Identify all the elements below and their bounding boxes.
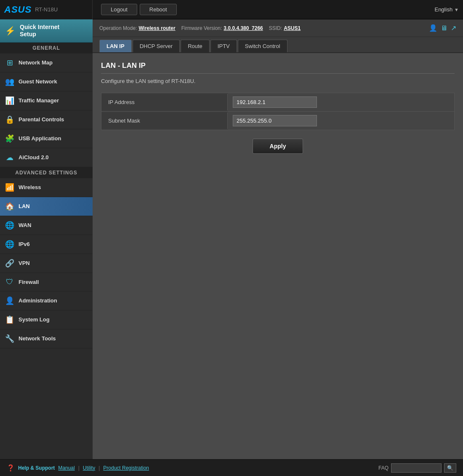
ipv6-icon: 🌐 — [5, 240, 14, 249]
tab-dhcp-server[interactable]: DHCP Server — [133, 40, 180, 52]
sidebar-item-label: IPv6 — [19, 241, 30, 247]
advanced-section-header: Advanced Settings — [0, 167, 93, 178]
sidebar-item-firewall[interactable]: 🛡 Firewall — [0, 273, 93, 291]
sidebar-item-guest-network[interactable]: 👥 Guest Network — [0, 72, 93, 91]
sidebar: ⚡ Quick Internet Setup General ⊞ Network… — [0, 19, 93, 459]
subnet-mask-cell — [228, 112, 454, 130]
network-map-icon: ⊞ — [5, 58, 14, 67]
subnet-mask-input[interactable] — [233, 115, 317, 126]
monitor-icon: 🖥 — [441, 24, 447, 32]
sidebar-item-label: Guest Network — [19, 78, 57, 85]
guest-network-icon: 👥 — [5, 77, 14, 86]
model-label: RT-N18U — [35, 6, 58, 13]
lan-ip-form: IP Address Subnet Mask — [101, 93, 455, 130]
sidebar-item-traffic-manager[interactable]: 📊 Traffic Manager — [0, 91, 93, 110]
help-circle-icon: ❓ — [7, 464, 15, 472]
manual-link[interactable]: Manual — [58, 465, 75, 471]
tab-lan-ip[interactable]: LAN IP — [99, 40, 132, 52]
page-description: Configure the LAN setting of RT-N18U. — [101, 78, 455, 84]
aicloud-icon: ☁ — [5, 153, 14, 162]
sidebar-item-label: Network Tools — [19, 335, 56, 342]
sidebar-item-label: AiCloud 2.0 — [19, 154, 49, 160]
apply-section: Apply — [101, 139, 455, 154]
reboot-button[interactable]: Reboot — [140, 4, 177, 15]
faq-label: FAQ — [378, 465, 388, 471]
vpn-icon: 🔗 — [5, 259, 14, 268]
faq-search-button[interactable]: 🔍 — [444, 463, 456, 473]
sidebar-item-label: Administration — [19, 297, 57, 304]
wireless-icon: 📶 — [5, 183, 14, 192]
firewall-icon: 🛡 — [5, 278, 14, 286]
sidebar-item-aicloud[interactable]: ☁ AiCloud 2.0 — [0, 148, 93, 167]
sidebar-item-wan[interactable]: 🌐 WAN — [0, 216, 93, 235]
firmware-value: 3.0.0.4.380_7266 — [224, 25, 263, 31]
ip-address-row: IP Address — [101, 93, 454, 112]
sidebar-item-lan[interactable]: 🏠 LAN — [0, 197, 93, 216]
ip-address-cell — [228, 93, 454, 111]
system-log-icon: 📋 — [5, 315, 14, 324]
faq-search-input[interactable] — [391, 463, 442, 473]
sidebar-item-ipv6[interactable]: 🌐 IPv6 — [0, 235, 93, 254]
tab-switch-control[interactable]: Switch Control — [238, 40, 287, 52]
quick-setup-icon: ⚡ — [5, 26, 16, 36]
sidebar-item-usb-application[interactable]: 🧩 USB Application — [0, 129, 93, 148]
content-area: Operation Mode: Wireless router Firmware… — [93, 19, 463, 459]
sidebar-item-label: Wireless — [19, 184, 41, 190]
help-support-label: Help & Support — [18, 465, 55, 471]
sidebar-item-administration[interactable]: 👤 Administration — [0, 291, 93, 310]
sidebar-item-label: Parental Controls — [19, 116, 64, 123]
separator1: | — [78, 465, 80, 471]
sidebar-item-wireless[interactable]: 📶 Wireless — [0, 178, 93, 197]
ssid-label: SSID: — [269, 25, 282, 31]
traffic-manager-icon: 📊 — [5, 96, 14, 105]
sidebar-item-system-log[interactable]: 📋 System Log — [0, 310, 93, 329]
sidebar-item-label: VPN — [19, 260, 30, 266]
sidebar-item-label: Firewall — [19, 279, 39, 285]
ssid-value: ASUS1 — [284, 25, 301, 31]
page-title: LAN - LAN IP — [101, 62, 455, 74]
sidebar-item-label: USB Application — [19, 135, 61, 142]
subnet-mask-label: Subnet Mask — [101, 112, 228, 129]
operation-mode-label: Operation Mode: — [99, 25, 137, 31]
sidebar-item-parental-controls[interactable]: 🔒 Parental Controls — [0, 110, 93, 129]
apply-button[interactable]: Apply — [253, 139, 303, 154]
subnet-mask-row: Subnet Mask — [101, 112, 454, 130]
faq-area: FAQ 🔍 — [378, 463, 456, 473]
logout-button[interactable]: Logout — [101, 4, 137, 15]
top-buttons: Logout Reboot — [93, 4, 434, 15]
ip-address-label: IP Address — [101, 94, 228, 110]
quick-setup-label: Quick Internet — [20, 24, 59, 31]
lan-icon: 🏠 — [5, 202, 14, 211]
page-content: LAN - LAN IP Configure the LAN setting o… — [93, 53, 463, 459]
product-registration-link[interactable]: Product Registration — [103, 465, 149, 471]
language-label: English — [434, 6, 452, 13]
utility-link[interactable]: Utility — [83, 465, 95, 471]
separator2: | — [98, 465, 100, 471]
ip-address-input[interactable] — [233, 96, 317, 108]
tab-route[interactable]: Route — [181, 40, 210, 52]
sidebar-item-network-tools[interactable]: 🔧 Network Tools — [0, 329, 93, 348]
info-bar-icons: 👤 🖥 ↗ — [429, 24, 456, 32]
sidebar-item-network-map[interactable]: ⊞ Network Map — [0, 53, 93, 72]
operation-mode-value: Wireless router — [138, 25, 175, 31]
share-icon: ↗ — [451, 24, 456, 32]
tab-iptv[interactable]: IPTV — [210, 40, 237, 52]
sidebar-item-label: System Log — [19, 316, 50, 323]
user-icon: 👤 — [429, 24, 437, 32]
administration-icon: 👤 — [5, 296, 14, 305]
firmware-label: Firmware Version: — [181, 25, 222, 31]
quick-internet-setup[interactable]: ⚡ Quick Internet Setup — [0, 19, 93, 43]
general-section-header: General — [0, 43, 93, 53]
main-layout: ⚡ Quick Internet Setup General ⊞ Network… — [0, 19, 463, 459]
info-bar-left: Operation Mode: Wireless router Firmware… — [99, 25, 301, 31]
sidebar-item-vpn[interactable]: 🔗 VPN — [0, 254, 93, 273]
wan-icon: 🌐 — [5, 221, 14, 230]
sidebar-item-label: Traffic Manager — [19, 97, 59, 104]
bottom-bar: ❓ Help & Support Manual | Utility | Prod… — [0, 459, 463, 476]
language-selector[interactable]: English ▼ — [434, 6, 463, 13]
quick-setup-label2: Setup — [20, 31, 59, 38]
usb-application-icon: 🧩 — [5, 134, 14, 143]
network-tools-icon: 🔧 — [5, 334, 14, 343]
top-bar: ASUS RT-N18U Logout Reboot English ▼ — [0, 0, 463, 19]
tabs-bar: LAN IP DHCP Server Route IPTV Switch Con… — [93, 37, 463, 53]
